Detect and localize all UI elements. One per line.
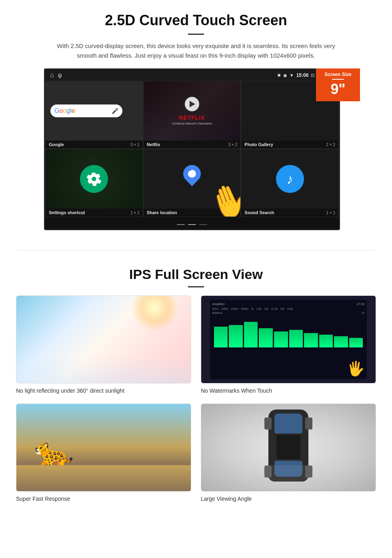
section1-description: With 2.5D curved-display screen, this de…	[56, 41, 336, 60]
share-content: G 🤚	[144, 149, 241, 209]
amp-title: Amplifier	[212, 302, 225, 306]
badge-label: Screen Size	[320, 72, 356, 77]
play-triangle-icon	[190, 101, 195, 107]
music-note-icon: ♪	[286, 171, 293, 187]
amp-bar-4	[259, 328, 273, 347]
amp-freq-labels: 60hz100hz200hz500hz1k2.5k10k12.5k15kSUB	[212, 307, 364, 310]
feature-fast-label: Super Fast Response	[16, 496, 191, 502]
google-logo: Google	[54, 107, 75, 114]
amp-bars	[212, 315, 364, 347]
status-bar: ⌂ ψ ✱ ◉ ▼ 15:06 ⊡ ◁) ⊠ ▭	[45, 70, 339, 81]
location-icon: ◉	[283, 73, 287, 78]
amp-bar-5	[274, 331, 288, 347]
google-footer: Google 3 × 1	[46, 141, 143, 149]
amp-bar-8	[319, 335, 333, 347]
play-button[interactable]	[185, 97, 199, 111]
app-cell-share[interactable]: G 🤚 Share location 1 × 1	[143, 149, 241, 217]
app-grid: Google 🎤 Google 3 × 1	[45, 81, 339, 217]
app-cell-netflix[interactable]: NETFLIX Continue Marvel's Daredevil Netf…	[143, 81, 241, 149]
netflix-label: Netflix	[147, 142, 160, 147]
amplifier-visual: Amplifier 17:33 60hz100hz200hz500hz1k2.5…	[201, 296, 376, 383]
photo-size: 2 × 2	[326, 143, 335, 147]
sound-content: ♪	[241, 149, 338, 209]
feature-watermarks-label: No Watermarks When Touch	[201, 387, 376, 394]
amp-bar-7	[304, 333, 318, 347]
camera-icon: ⊡	[311, 73, 314, 78]
screen-mockup: Screen Size 9" ⌂ ψ ✱ ◉ ▼ 15:06	[44, 68, 348, 230]
status-bar-left: ⌂ ψ	[50, 72, 62, 79]
settings-icon-wrapper	[80, 165, 108, 193]
wifi-icon: ▼	[290, 73, 294, 78]
section1-title: 2.5D Curved Touch Screen	[24, 12, 368, 29]
netflix-logo: NETFLIX	[172, 114, 212, 121]
google-search-bar[interactable]: Google 🎤	[50, 104, 122, 117]
sound-icon-wrapper: ♪	[276, 165, 304, 193]
maps-icon: G	[180, 165, 204, 193]
photo-footer: Photo Gallery 2 × 2	[241, 141, 338, 149]
sound-footer: Sound Search 1 × 1	[241, 209, 338, 217]
amp-controls: Balance 10	[212, 311, 364, 314]
feature-grid: No light reflecting under 360° direct su…	[16, 295, 376, 502]
netflix-info: NETFLIX Continue Marvel's Daredevil	[172, 97, 212, 125]
cheetah-emoji: 🐆	[34, 438, 74, 470]
car-visual	[201, 404, 376, 491]
share-footer: Share location 1 × 1	[144, 209, 241, 217]
amp-screen: Amplifier 17:33 60hz100hz200hz500hz1k2.5…	[210, 300, 367, 379]
feature-cheetah-image: 🐆	[16, 403, 191, 492]
settings-content	[46, 149, 143, 209]
amp-bar-2	[229, 325, 243, 347]
feature-viewing-label: Large Viewing Angle	[201, 496, 376, 502]
sunlight-visual	[16, 296, 191, 383]
google-content: Google 🎤	[46, 81, 143, 141]
section2-title: IPS Full Screen View	[16, 267, 376, 282]
settings-size: 1 × 1	[130, 211, 140, 215]
section1-divider	[188, 34, 204, 35]
android-screen: ⌂ ψ ✱ ◉ ▼ 15:06 ⊡ ◁) ⊠ ▭	[44, 68, 340, 230]
google-size: 3 × 1	[130, 143, 140, 147]
amp-bar-3	[244, 322, 258, 347]
feature-watermarks: Amplifier 17:33 60hz100hz200hz500hz1k2.5…	[201, 295, 376, 394]
app-cell-google[interactable]: Google 🎤 Google 3 × 1	[45, 81, 143, 149]
google-mic-icon[interactable]: 🎤	[112, 108, 118, 114]
usb-icon: ψ	[58, 72, 62, 78]
wheel-front-right	[305, 417, 312, 430]
sound-size: 1 × 1	[326, 211, 335, 215]
car-roof	[276, 435, 300, 459]
feature-viewing-angle: Large Viewing Angle	[201, 403, 376, 502]
cheetah-visual: 🐆	[16, 404, 191, 491]
ground-visual	[16, 465, 191, 491]
amp-header: Amplifier 17:33	[212, 302, 364, 306]
viewing-angle-lines	[248, 465, 328, 489]
section-separator	[16, 250, 376, 251]
netflix-size: 3 × 2	[228, 143, 238, 147]
car-windshield	[274, 413, 302, 434]
section-ips-screen: IPS Full Screen View No light reflecting…	[0, 263, 392, 514]
sound-label: Sound Search	[244, 210, 274, 215]
netflix-footer: Netflix 3 × 2	[144, 141, 241, 149]
settings-label: Settings shortcut	[49, 210, 85, 215]
share-label: Share location	[147, 210, 177, 215]
badge-divider	[332, 79, 344, 80]
feature-car-image	[201, 403, 376, 492]
bluetooth-icon: ✱	[277, 73, 281, 78]
share-size: 1 × 1	[228, 211, 238, 215]
home-icon[interactable]: ⌂	[50, 72, 54, 79]
amp-bar-1	[214, 327, 228, 347]
feature-sunlight: No light reflecting under 360° direct su…	[16, 295, 191, 394]
netflix-content: NETFLIX Continue Marvel's Daredevil	[144, 81, 241, 141]
feature-sunlight-label: No light reflecting under 360° direct su…	[16, 387, 191, 394]
section-curved-screen: 2.5D Curved Touch Screen With 2.5D curve…	[0, 0, 392, 238]
feature-sunlight-image	[16, 295, 191, 383]
screen-size-badge: Screen Size 9"	[316, 68, 360, 101]
feature-amplifier-image: Amplifier 17:33 60hz100hz200hz500hz1k2.5…	[201, 295, 376, 383]
app-cell-settings[interactable]: Settings shortcut 1 × 1	[45, 149, 143, 217]
section2-divider	[188, 286, 204, 287]
amp-bar-10	[349, 338, 363, 347]
amp-bar-6	[289, 330, 303, 347]
netflix-subtitle: Continue Marvel's Daredevil	[172, 122, 212, 125]
amp-bar-9	[334, 336, 348, 347]
photo-label: Photo Gallery	[244, 142, 273, 147]
app-cell-sound[interactable]: ♪ Sound Search 1 × 1	[241, 149, 339, 217]
amp-hand-icon: 🖐	[347, 360, 365, 377]
amp-time: 17:33	[356, 302, 364, 306]
